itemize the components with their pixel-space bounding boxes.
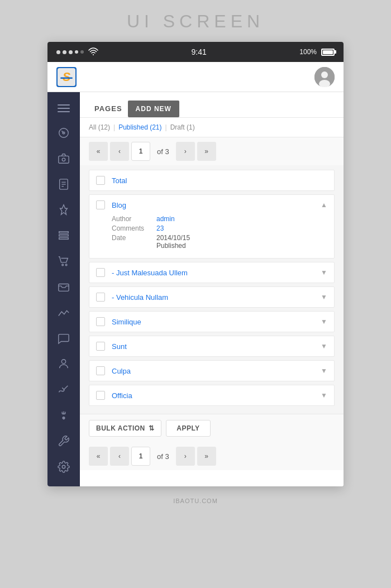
sidebar-item-list[interactable]: [51, 224, 77, 247]
page-next-btn-bottom[interactable]: ›: [176, 447, 195, 466]
list-item-4: Sunt ▼: [89, 336, 335, 357]
list-item-blog-header[interactable]: Blog ▲: [89, 195, 334, 215]
list-icon: [58, 230, 70, 242]
footer-text: IBAOTU.COM: [173, 498, 218, 504]
comment-icon: [58, 332, 70, 345]
list-item-total: Total: [89, 170, 335, 191]
filter-sep-2: |: [165, 123, 167, 131]
item6-arrow: ▼: [321, 391, 327, 399]
page-current-btn-bottom[interactable]: 1: [131, 447, 150, 466]
item3-checkbox[interactable]: [96, 317, 105, 326]
list-item-total-header[interactable]: Total: [89, 170, 334, 190]
item6-checkbox[interactable]: [96, 391, 105, 400]
blog-details: Author admin Comments 23 Date 2014/10/15: [89, 215, 334, 258]
list-item-1: - Just Malesuada Ullem ▼: [89, 262, 335, 283]
page-last-btn-bottom[interactable]: »: [197, 447, 216, 466]
sidebar-hamburger[interactable]: [47, 100, 80, 119]
wrench-icon: [58, 435, 70, 447]
tab-pages[interactable]: PAGES: [89, 100, 128, 117]
list-item-2-header[interactable]: - Vehicula Nullam ▼: [89, 287, 334, 307]
page-prev-btn-bottom[interactable]: ‹: [110, 447, 129, 466]
sidebar-item-dashboard[interactable]: [51, 121, 77, 145]
svg-text:S: S: [63, 70, 70, 84]
status-value-text: Published: [156, 242, 186, 250]
page-prev-btn[interactable]: ‹: [110, 142, 129, 161]
sidebar-item-settings[interactable]: [51, 455, 77, 479]
sidebar-item-chart[interactable]: [51, 301, 77, 324]
blog-title: Blog: [112, 201, 316, 209]
sidebar-item-user[interactable]: [51, 352, 77, 376]
page-first-btn[interactable]: «: [89, 142, 108, 161]
content-area: PAGES ADD NEW All (12) | Published (21) …: [80, 92, 344, 486]
logo-svg: S: [58, 68, 75, 86]
main-layout: PAGES ADD NEW All (12) | Published (21) …: [47, 92, 344, 486]
list-item-1-header[interactable]: - Just Malesuada Ullem ▼: [89, 262, 334, 283]
item2-checkbox[interactable]: [96, 293, 105, 302]
page-next-btn[interactable]: ›: [176, 142, 195, 161]
author-value: admin: [156, 215, 175, 223]
page-first-btn-bottom[interactable]: «: [89, 447, 108, 466]
plug-icon: [58, 409, 70, 422]
item5-checkbox[interactable]: [96, 366, 105, 375]
filter-bar: All (12) | Published (21) | Draft (1): [80, 118, 344, 137]
filter-all[interactable]: All (12): [89, 123, 110, 131]
sidebar-item-document[interactable]: [51, 173, 77, 196]
page-current-btn[interactable]: 1: [131, 142, 150, 161]
sidebar-item-cart[interactable]: [51, 250, 77, 273]
blog-author-row: Author admin: [112, 215, 327, 223]
bulk-action-arrow: ⇅: [149, 424, 155, 432]
svg-point-18: [62, 264, 64, 266]
brush-icon: [58, 384, 70, 396]
sidebar-item-plug[interactable]: [51, 404, 77, 427]
app-logo: S: [56, 67, 77, 87]
bulk-action-label: BULK ACTION: [96, 424, 145, 432]
blog-checkbox[interactable]: [96, 200, 105, 209]
status-left: [56, 47, 98, 57]
list-item-3-header[interactable]: Similique ▼: [89, 312, 334, 332]
svg-point-23: [62, 465, 65, 469]
sidebar-item-camera[interactable]: [51, 147, 77, 170]
list-item-5-header[interactable]: Culpa ▼: [89, 361, 334, 381]
page-last-btn[interactable]: »: [197, 142, 216, 161]
item6-title: Officia: [112, 391, 316, 400]
sidebar-item-comment[interactable]: [51, 327, 77, 350]
item2-title: - Vehicula Nullam: [112, 293, 316, 302]
inbox-icon: [58, 281, 70, 293]
battery-fill: [323, 50, 333, 54]
comments-label: Comments: [112, 224, 156, 232]
battery-icon: [321, 49, 335, 56]
signal-dot-4: [75, 50, 78, 54]
list-item-3: Similique ▼: [89, 311, 335, 332]
status-time: 9:41: [98, 47, 299, 56]
tab-add-new[interactable]: ADD NEW: [128, 101, 179, 117]
cart-icon: [58, 255, 70, 267]
signal-dot-1: [56, 50, 60, 54]
bulk-action-select[interactable]: BULK ACTION ⇅: [89, 420, 161, 437]
date-value-text: 2014/10/15: [156, 234, 190, 242]
filter-published[interactable]: Published (21): [118, 123, 161, 131]
svg-rect-15: [59, 232, 69, 233]
battery-text: 100%: [299, 48, 317, 56]
svg-rect-17: [59, 238, 69, 240]
sidebar-item-wrench[interactable]: [51, 429, 77, 453]
list-item-2: - Vehicula Nullam ▼: [89, 286, 335, 308]
list-item-4-header[interactable]: Sunt ▼: [89, 336, 334, 356]
svg-point-0: [93, 54, 94, 55]
filter-draft[interactable]: Draft (1): [170, 123, 195, 131]
sidebar-item-brush[interactable]: [51, 378, 77, 401]
blog-comments-row: Comments 23: [112, 224, 327, 232]
hamburger-line-1: [58, 104, 70, 106]
list-item-blog: Blog ▲ Author admin Comments 23: [89, 194, 335, 259]
total-checkbox[interactable]: [96, 176, 105, 185]
dashboard-icon: [58, 127, 70, 139]
signal-dot-2: [63, 50, 66, 54]
list-item-6-header[interactable]: Officia ▼: [89, 385, 334, 405]
sidebar-item-inbox[interactable]: [51, 275, 77, 299]
page-wrapper: UI SCREEN 9:41: [0, 0, 391, 588]
status-bar: 9:41 100%: [47, 42, 344, 62]
item4-checkbox[interactable]: [96, 342, 105, 351]
status-right: 100%: [299, 48, 335, 56]
apply-button[interactable]: APPLY: [166, 420, 210, 437]
item1-checkbox[interactable]: [96, 268, 105, 277]
sidebar-item-pin[interactable]: [51, 198, 77, 222]
